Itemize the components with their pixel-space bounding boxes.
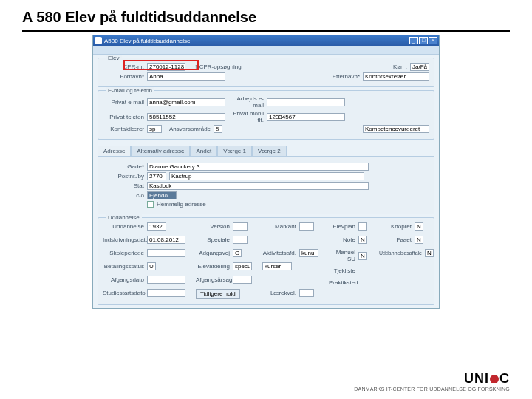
badge-faaet[interactable]: N — [415, 236, 423, 244]
label-cpr: CPR-nr. — [103, 64, 144, 70]
panel-elev: Elev CPR-nr. 270612-1128 † CPR-opsøgning… — [98, 58, 434, 87]
input-kurser[interactable]: kurser — [262, 262, 292, 270]
label-ansvar: Ansvarsområde — [169, 126, 211, 132]
logo-text2: C — [499, 371, 510, 386]
input-laerkvel[interactable] — [299, 289, 314, 297]
input-postnr[interactable]: 2770 — [147, 172, 166, 180]
input-speciale[interactable] — [233, 236, 248, 244]
label-privat-mail: Privat e-mail — [103, 99, 144, 106]
tab-panel-adresse: Gade* Dianne Gaockery 3 Postnr./by 2770 … — [98, 156, 434, 214]
label-markant: Markant — [262, 223, 296, 230]
logo-dot-icon — [490, 375, 499, 383]
label-version: Version — [196, 223, 230, 230]
label-knopret: Knopret — [378, 223, 412, 230]
input-kompetence[interactable]: Kompetencevurderet — [363, 125, 429, 133]
tab-alt-adresse[interactable]: Alternativ adresse — [131, 146, 190, 156]
input-privat-mail[interactable]: anna@gmail.com — [147, 98, 225, 106]
label-hemmelig: Hemmelig adresse — [157, 201, 206, 208]
label-elevplan: Elevplan — [329, 223, 355, 230]
title-rule — [22, 30, 510, 32]
minimize-button[interactable]: _ — [409, 37, 418, 44]
app-window: A580 Elev på fuldtidsuddannelse _ □ × El… — [92, 35, 440, 309]
badge-note[interactable]: N — [358, 236, 367, 244]
input-co[interactable]: Ejendo — [147, 191, 177, 200]
label-faaet: Faaet — [378, 236, 412, 243]
label-uddaftale: Uddannelsesaftale — [378, 250, 422, 256]
label-betaling: Betalingsstatus — [103, 263, 144, 270]
titlebar-title: A580 Elev på fuldtidsuddannelse — [104, 38, 409, 44]
label-efternavn: Efternavn* — [323, 73, 360, 80]
panel-elev-legend: Elev — [106, 55, 122, 61]
label-co: c/o — [103, 192, 144, 199]
input-kontaktlaerer[interactable]: sp — [147, 125, 162, 133]
label-kontaktlaerer: Kontaktlærer — [103, 126, 144, 132]
label-afgdato: Afgangsdato — [103, 276, 144, 283]
input-by[interactable]: Kastrup — [169, 172, 364, 180]
input-uddannelse[interactable]: 1932 — [147, 222, 166, 231]
titlebar: A580 Elev på fuldtidsuddannelse _ □ × — [93, 35, 439, 46]
maximize-button[interactable]: □ — [419, 37, 428, 44]
label-kon: Køn : — [381, 64, 407, 70]
input-elevafd[interactable]: specu — [233, 262, 252, 270]
logo-subtitle: DANMARKS IT-CENTER FOR UDDANNELSE OG FOR… — [354, 386, 510, 392]
tab-adresse[interactable]: Adresse — [98, 146, 131, 156]
input-studie[interactable] — [147, 289, 185, 297]
badge-uddaftale[interactable]: N — [425, 249, 434, 257]
label-laerkvel: Lærekvel. — [262, 290, 296, 296]
close-button[interactable]: × — [429, 37, 437, 44]
input-afgdato[interactable] — [147, 276, 185, 284]
tab-andet[interactable]: Andet — [190, 146, 217, 156]
logo-brand: UNIC — [354, 371, 510, 386]
label-indskr: Indskrivningsdato — [103, 236, 144, 243]
input-adgvej[interactable]: G — [233, 249, 242, 257]
label-elevafd: Elevafdeling — [196, 263, 230, 270]
input-gade[interactable]: Dianne Gaockery 3 — [147, 163, 369, 171]
label-adgvej: Adgangsvej — [196, 250, 230, 256]
input-markant[interactable] — [299, 222, 314, 231]
input-elevplan[interactable] — [358, 222, 367, 231]
input-privat-mob[interactable]: 12334567 — [267, 113, 345, 121]
tab-vaerge2[interactable]: Værge 2 — [252, 146, 287, 156]
label-uddannelse: Uddannelse — [103, 223, 144, 230]
label-postnr: Postnr./by — [103, 173, 144, 180]
input-arb-mail[interactable] — [267, 98, 345, 106]
input-cpr[interactable]: 270612-1128 — [147, 63, 185, 71]
label-manuelsu: Manuel SU — [329, 249, 355, 262]
badge-manuelsu[interactable]: N — [358, 252, 367, 260]
label-cpr-opslag[interactable]: † CPR-opsøgning — [194, 64, 242, 70]
input-afgaarsag[interactable] — [233, 276, 252, 284]
panel-kontakt: E-mail og telefon Privat e-mail anna@gma… — [98, 90, 434, 140]
panel-udd-legend: Uddannelse — [106, 214, 142, 221]
input-aktivitet[interactable]: kunu — [299, 249, 318, 257]
label-tjek: Tjekliste — [329, 267, 355, 274]
button-tidligere-hold[interactable]: Tidligere hold — [196, 289, 240, 299]
input-ansvar[interactable]: 5 — [214, 125, 222, 133]
input-skp[interactable] — [147, 249, 185, 257]
label-arb-mail: Arbejds e-mail — [228, 95, 264, 109]
input-efternavn[interactable]: Kontorsekretær — [363, 72, 429, 81]
label-note: Note — [329, 236, 355, 243]
label-speciale: Speciale — [196, 236, 230, 243]
checkbox-hemmelig[interactable] — [147, 201, 154, 208]
input-version[interactable] — [233, 222, 248, 231]
input-indskr[interactable]: 01.08.2012 — [147, 236, 185, 244]
address-tabs: Adresse Alternativ adresse Andet Værge 1… — [98, 146, 434, 156]
label-studie: Studiestartsdato — [103, 290, 144, 296]
input-stat[interactable]: Kastlock — [147, 182, 369, 190]
label-aktivitet: Aktivitetsafd. — [262, 250, 296, 256]
label-afgaarsag: Afgangsårsag — [196, 276, 230, 283]
toolbar — [93, 46, 439, 55]
input-kon[interactable]: Ja/Få — [410, 63, 429, 71]
page-title: A 580 Elev på fuldtidsuddannelse — [0, 0, 532, 30]
input-fornavn[interactable]: Anna — [147, 72, 225, 81]
logo-text1: UNI — [464, 371, 489, 386]
app-icon — [95, 37, 102, 44]
badge-knopret[interactable]: N — [415, 222, 423, 231]
panel-uddannelse: Uddannelse Uddannelse1932 Indskrivningsd… — [98, 217, 434, 305]
tab-vaerge1[interactable]: Værge 1 — [217, 146, 252, 156]
label-skp: Skoleperiode — [103, 250, 144, 256]
input-privat-tel[interactable]: 58511552 — [147, 113, 225, 121]
label-gade: Gade* — [103, 163, 144, 170]
input-betaling[interactable]: U — [147, 262, 156, 270]
label-privat-mob: Privat mobil tlf. — [228, 110, 264, 123]
